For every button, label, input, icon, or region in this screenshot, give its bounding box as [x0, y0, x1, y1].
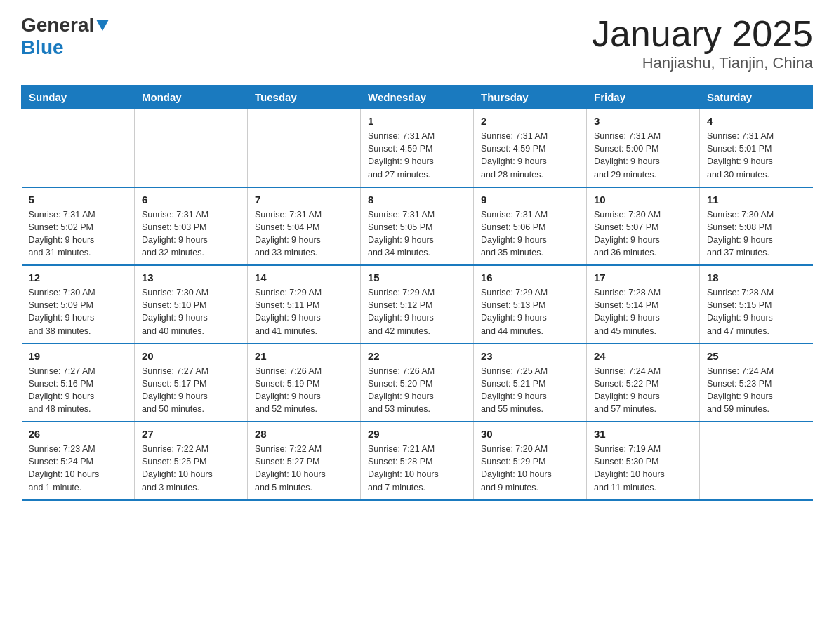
calendar-cell: [22, 109, 135, 187]
day-info: Sunrise: 7:24 AM Sunset: 5:23 PM Dayligh…: [707, 365, 806, 416]
calendar-cell: 8Sunrise: 7:31 AM Sunset: 5:05 PM Daylig…: [361, 187, 474, 266]
calendar-cell: 1Sunrise: 7:31 AM Sunset: 4:59 PM Daylig…: [361, 109, 474, 187]
calendar-title: January 2025: [592, 14, 813, 54]
day-info: Sunrise: 7:25 AM Sunset: 5:21 PM Dayligh…: [481, 365, 579, 416]
calendar-cell: 26Sunrise: 7:23 AM Sunset: 5:24 PM Dayli…: [22, 422, 135, 500]
calendar-cell: 28Sunrise: 7:22 AM Sunset: 5:27 PM Dayli…: [248, 422, 361, 500]
day-number: 17: [594, 271, 692, 283]
calendar-week-row: 5Sunrise: 7:31 AM Sunset: 5:02 PM Daylig…: [22, 187, 813, 266]
day-number: 7: [255, 194, 353, 206]
day-number: 12: [29, 271, 128, 283]
day-number: 28: [255, 428, 353, 440]
calendar-cell: 22Sunrise: 7:26 AM Sunset: 5:20 PM Dayli…: [361, 344, 474, 422]
day-number: 13: [142, 271, 240, 283]
calendar-header: Sunday Monday Tuesday Wednesday Thursday…: [22, 86, 813, 109]
calendar-week-row: 1Sunrise: 7:31 AM Sunset: 4:59 PM Daylig…: [22, 109, 813, 187]
day-info: Sunrise: 7:31 AM Sunset: 5:00 PM Dayligh…: [594, 130, 692, 181]
col-wednesday: Wednesday: [361, 86, 474, 109]
day-info: Sunrise: 7:31 AM Sunset: 5:04 PM Dayligh…: [255, 208, 353, 260]
day-info: Sunrise: 7:21 AM Sunset: 5:28 PM Dayligh…: [368, 443, 466, 494]
logo-general-text: General: [21, 14, 94, 36]
day-info: Sunrise: 7:31 AM Sunset: 5:03 PM Dayligh…: [142, 208, 240, 260]
day-number: 22: [368, 350, 466, 362]
calendar-week-row: 19Sunrise: 7:27 AM Sunset: 5:16 PM Dayli…: [22, 344, 813, 422]
col-friday: Friday: [587, 86, 700, 109]
day-info: Sunrise: 7:31 AM Sunset: 5:02 PM Dayligh…: [29, 208, 128, 260]
title-block: January 2025 Hanjiashu, Tianjin, China: [592, 14, 813, 72]
day-number: 29: [368, 428, 466, 440]
day-info: Sunrise: 7:30 AM Sunset: 5:09 PM Dayligh…: [29, 286, 128, 337]
logo-blue-text: Blue: [21, 36, 64, 58]
day-info: Sunrise: 7:30 AM Sunset: 5:10 PM Dayligh…: [142, 286, 240, 337]
calendar-cell: 11Sunrise: 7:30 AM Sunset: 5:08 PM Dayli…: [700, 187, 813, 266]
day-info: Sunrise: 7:30 AM Sunset: 5:07 PM Dayligh…: [594, 208, 692, 260]
day-number: 5: [29, 194, 128, 206]
calendar-cell: 10Sunrise: 7:30 AM Sunset: 5:07 PM Dayli…: [587, 187, 700, 266]
day-number: 23: [481, 350, 579, 362]
calendar-cell: 21Sunrise: 7:26 AM Sunset: 5:19 PM Dayli…: [248, 344, 361, 422]
calendar-cell: 6Sunrise: 7:31 AM Sunset: 5:03 PM Daylig…: [135, 187, 248, 266]
calendar-cell: 7Sunrise: 7:31 AM Sunset: 5:04 PM Daylig…: [248, 187, 361, 266]
day-info: Sunrise: 7:31 AM Sunset: 5:01 PM Dayligh…: [707, 130, 806, 181]
calendar-week-row: 12Sunrise: 7:30 AM Sunset: 5:09 PM Dayli…: [22, 265, 813, 344]
logo-arrow-icon: [96, 20, 109, 34]
calendar-cell: 16Sunrise: 7:29 AM Sunset: 5:13 PM Dayli…: [474, 265, 587, 344]
day-info: Sunrise: 7:29 AM Sunset: 5:13 PM Dayligh…: [481, 286, 579, 337]
day-info: Sunrise: 7:27 AM Sunset: 5:16 PM Dayligh…: [29, 365, 128, 416]
calendar-cell: 4Sunrise: 7:31 AM Sunset: 5:01 PM Daylig…: [700, 109, 813, 187]
calendar-cell: 23Sunrise: 7:25 AM Sunset: 5:21 PM Dayli…: [474, 344, 587, 422]
day-number: 1: [368, 115, 466, 127]
calendar-cell: 13Sunrise: 7:30 AM Sunset: 5:10 PM Dayli…: [135, 265, 248, 344]
day-number: 6: [142, 194, 240, 206]
day-number: 11: [707, 194, 806, 206]
logo: General Blue: [21, 14, 109, 59]
day-info: Sunrise: 7:29 AM Sunset: 5:11 PM Dayligh…: [255, 286, 353, 337]
day-info: Sunrise: 7:24 AM Sunset: 5:22 PM Dayligh…: [594, 365, 692, 416]
calendar-cell: 27Sunrise: 7:22 AM Sunset: 5:25 PM Dayli…: [135, 422, 248, 500]
day-number: 16: [481, 271, 579, 283]
calendar-cell: 25Sunrise: 7:24 AM Sunset: 5:23 PM Dayli…: [700, 344, 813, 422]
day-number: 15: [368, 271, 466, 283]
calendar-cell: 14Sunrise: 7:29 AM Sunset: 5:11 PM Dayli…: [248, 265, 361, 344]
col-tuesday: Tuesday: [248, 86, 361, 109]
day-info: Sunrise: 7:31 AM Sunset: 4:59 PM Dayligh…: [368, 130, 466, 181]
calendar-cell: 9Sunrise: 7:31 AM Sunset: 5:06 PM Daylig…: [474, 187, 587, 266]
day-info: Sunrise: 7:22 AM Sunset: 5:27 PM Dayligh…: [255, 443, 353, 494]
calendar-cell: [700, 422, 813, 500]
day-info: Sunrise: 7:26 AM Sunset: 5:19 PM Dayligh…: [255, 365, 353, 416]
calendar-cell: 15Sunrise: 7:29 AM Sunset: 5:12 PM Dayli…: [361, 265, 474, 344]
day-info: Sunrise: 7:23 AM Sunset: 5:24 PM Dayligh…: [29, 443, 128, 494]
day-number: 9: [481, 194, 579, 206]
calendar-cell: 29Sunrise: 7:21 AM Sunset: 5:28 PM Dayli…: [361, 422, 474, 500]
day-number: 31: [594, 428, 692, 440]
calendar-cell: 18Sunrise: 7:28 AM Sunset: 5:15 PM Dayli…: [700, 265, 813, 344]
day-info: Sunrise: 7:29 AM Sunset: 5:12 PM Dayligh…: [368, 286, 466, 337]
calendar-week-row: 26Sunrise: 7:23 AM Sunset: 5:24 PM Dayli…: [22, 422, 813, 500]
day-info: Sunrise: 7:20 AM Sunset: 5:29 PM Dayligh…: [481, 443, 579, 494]
day-number: 20: [142, 350, 240, 362]
col-saturday: Saturday: [700, 86, 813, 109]
day-info: Sunrise: 7:19 AM Sunset: 5:30 PM Dayligh…: [594, 443, 692, 494]
day-info: Sunrise: 7:28 AM Sunset: 5:14 PM Dayligh…: [594, 286, 692, 337]
calendar-table: Sunday Monday Tuesday Wednesday Thursday…: [21, 85, 813, 501]
header-row: Sunday Monday Tuesday Wednesday Thursday…: [22, 86, 813, 109]
day-number: 2: [481, 115, 579, 127]
calendar-cell: 3Sunrise: 7:31 AM Sunset: 5:00 PM Daylig…: [587, 109, 700, 187]
col-sunday: Sunday: [22, 86, 135, 109]
calendar-cell: 17Sunrise: 7:28 AM Sunset: 5:14 PM Dayli…: [587, 265, 700, 344]
day-number: 18: [707, 271, 806, 283]
calendar-cell: 2Sunrise: 7:31 AM Sunset: 4:59 PM Daylig…: [474, 109, 587, 187]
day-number: 30: [481, 428, 579, 440]
calendar-cell: [248, 109, 361, 187]
calendar-cell: 31Sunrise: 7:19 AM Sunset: 5:30 PM Dayli…: [587, 422, 700, 500]
day-number: 19: [29, 350, 128, 362]
svg-marker-0: [96, 20, 109, 31]
day-number: 8: [368, 194, 466, 206]
calendar-cell: 20Sunrise: 7:27 AM Sunset: 5:17 PM Dayli…: [135, 344, 248, 422]
calendar-subtitle: Hanjiashu, Tianjin, China: [592, 54, 813, 72]
day-number: 21: [255, 350, 353, 362]
day-number: 4: [707, 115, 806, 127]
day-info: Sunrise: 7:28 AM Sunset: 5:15 PM Dayligh…: [707, 286, 806, 337]
day-number: 3: [594, 115, 692, 127]
day-info: Sunrise: 7:31 AM Sunset: 5:05 PM Dayligh…: [368, 208, 466, 260]
